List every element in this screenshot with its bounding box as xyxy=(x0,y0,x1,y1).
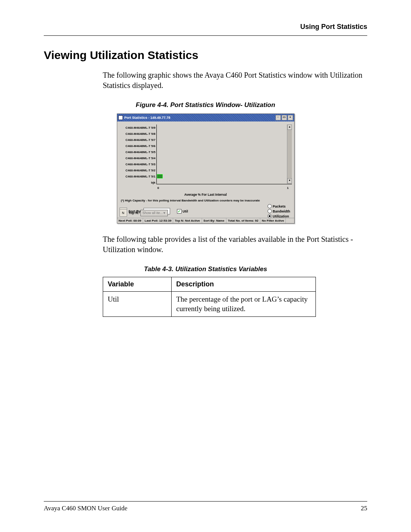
utilization-variables-table: Variable Description Util The percentage… xyxy=(103,277,316,317)
vertical-scrollbar[interactable]: ▴ ▾ xyxy=(287,125,292,184)
y-label: C460-M4648ML-T 5/7 xyxy=(126,138,156,142)
footer-guide-name: Avaya C460 SMON User Guide xyxy=(44,505,127,512)
util-checkbox[interactable]: ✓ Util xyxy=(177,209,188,214)
page-footer: Avaya C460 SMON User Guide 25 xyxy=(44,501,367,512)
table-cell-description: The percentage of the port or LAG’s capa… xyxy=(172,292,316,317)
chart-area: C460-M4648ML-T 5/9 C460-M4648ML-T 5/8 C4… xyxy=(117,121,294,197)
footer-page-number: 25 xyxy=(361,505,367,512)
window-close-icon[interactable]: × xyxy=(288,115,293,120)
table-caption: Table 4-3. Utilization Statistics Variab… xyxy=(44,265,367,273)
y-label: C460-M4648ML-T 5/9 xyxy=(126,126,156,129)
radio-icon xyxy=(268,209,272,213)
util-checkbox-label: Util xyxy=(183,209,188,213)
table-cell-variable: Util xyxy=(103,292,172,317)
radio-packets-label: Packets xyxy=(273,204,286,208)
status-total-items: Total No. of Items: 92 xyxy=(226,218,260,223)
intro-paragraph-1: The following graphic shows the Avaya C4… xyxy=(103,70,367,91)
status-sort-by: Sort By: Name xyxy=(202,218,226,223)
top-n-select[interactable]: Show all ite... ▼ xyxy=(140,210,167,216)
figure-caption: Figure 4-4. Port Statistics Window- Util… xyxy=(44,101,367,109)
section-title: Viewing Utilization Statistics xyxy=(44,49,367,62)
radio-packets[interactable]: Packets xyxy=(268,204,290,208)
status-filter: No Filter Active xyxy=(260,218,286,223)
footer-rule xyxy=(44,501,367,502)
mode-radio-group: Packets Bandwidth Utilization xyxy=(268,204,292,218)
radio-icon xyxy=(268,214,272,218)
status-last-poll: Last Poll: 12:53:39 xyxy=(143,218,173,223)
x-tick-max: 1 xyxy=(287,186,288,190)
table-header-row: Variable Description xyxy=(103,277,316,292)
table-row: Util The percentage of the port or LAG’s… xyxy=(103,292,316,317)
chart-bar xyxy=(157,174,163,179)
y-label: C460-M4648ML-T 5/8 xyxy=(126,132,156,136)
status-bar: Next Poll: 00:09 Last Poll: 12:53:39 Top… xyxy=(117,218,294,223)
radio-utilization[interactable]: Utilization xyxy=(268,214,290,218)
window-min-icon[interactable]: ▫ xyxy=(276,115,281,120)
radio-utilization-label: Utilization xyxy=(273,214,289,218)
running-head: Using Port Statistics xyxy=(44,23,367,31)
scroll-up-icon[interactable]: ▴ xyxy=(287,125,292,130)
header-rule xyxy=(44,35,367,36)
checkbox-icon: ✓ xyxy=(177,209,182,214)
y-label: C460-M4648ML-T 5/6 xyxy=(126,144,156,148)
chart-plot: C460-M4648ML-T 5/9 C460-M4648ML-T 5/8 C4… xyxy=(119,125,292,191)
chart-y-labels: C460-M4648ML-T 5/9 C460-M4648ML-T 5/8 C4… xyxy=(119,125,156,191)
radio-bandwidth[interactable]: Bandwidth xyxy=(268,209,290,213)
chart-x-ticks: 0 1 xyxy=(158,186,289,190)
table-header-variable: Variable xyxy=(103,277,172,292)
top-n-icon[interactable]: N xyxy=(119,209,127,217)
chart-x-title: Average % For Last Interval xyxy=(119,191,292,197)
y-label: C460-M4648ML-T 5/5 xyxy=(126,150,156,154)
port-statistics-window: Port Statistics - 149.49.77.78 ▫ ▭ × C46… xyxy=(117,113,295,224)
chevron-down-icon: ▼ xyxy=(163,211,166,215)
scroll-down-icon[interactable]: ▾ xyxy=(287,178,292,184)
top-n-value: Show all ite... xyxy=(142,211,163,215)
chart-plot-box xyxy=(156,125,292,184)
y-label: C460-M4648ML-T 5/4 xyxy=(126,157,156,160)
table-header-description: Description xyxy=(172,277,316,292)
top-n-label: Top N: xyxy=(129,211,139,215)
page: Using Port Statistics Viewing Utilizatio… xyxy=(0,0,411,532)
status-top-n: Top N: Not Active xyxy=(173,218,202,223)
x-tick-min: 0 xyxy=(158,186,159,190)
intro-paragraph-2: The following table provides a list of t… xyxy=(103,234,367,255)
y-label: bjk xyxy=(151,181,156,184)
high-capacity-note: (*) High Capacity - for this polling int… xyxy=(117,197,294,203)
radio-icon xyxy=(268,204,272,208)
window-title: Port Statistics - 149.49.77.78 xyxy=(124,116,170,120)
window-max-icon[interactable]: ▭ xyxy=(282,115,287,120)
y-label: C460-M4648ML-T 5/3 xyxy=(126,163,156,166)
status-next-poll: Next Poll: 00:09 xyxy=(117,218,143,223)
window-titlebar[interactable]: Port Statistics - 149.49.77.78 ▫ ▭ × xyxy=(117,114,294,121)
radio-bandwidth-label: Bandwidth xyxy=(273,209,290,213)
figure-wrap: Port Statistics - 149.49.77.78 ▫ ▭ × C46… xyxy=(44,113,367,224)
window-icon xyxy=(118,115,123,120)
y-label: C460-M4648ML-T 5/1 xyxy=(126,175,156,178)
y-label: C460-M4648ML-T 5/2 xyxy=(126,169,156,172)
